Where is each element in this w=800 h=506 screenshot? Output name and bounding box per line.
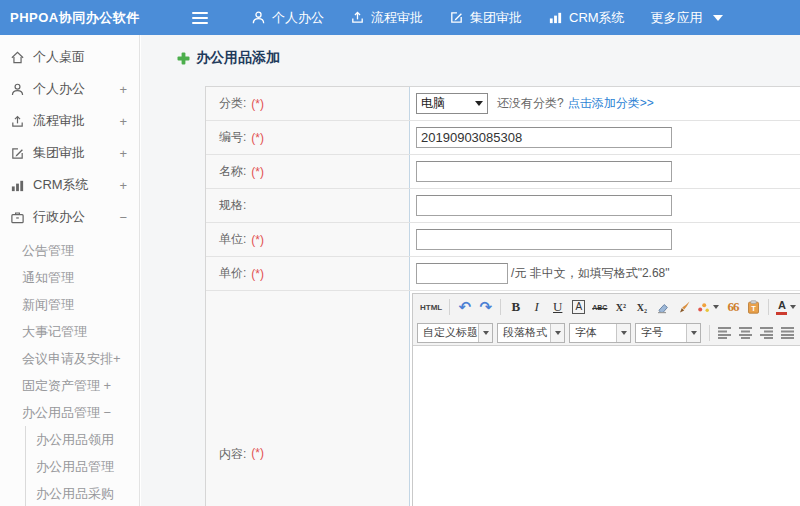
sidebar-item-process-approval[interactable]: 流程审批 + [0,105,139,137]
code-label-cell: 编号: (*) [206,121,410,154]
unit-label-cell: 单位: (*) [206,223,410,256]
font-color-button[interactable]: A [774,296,798,318]
caret-down-icon [713,15,723,21]
main-content: 办公用品添加 分类: (*) 电脑 还没有分类? 点击添加分类>> 编号: (*… [141,35,800,506]
select-caret-icon [475,101,483,106]
topbar: PHPOA协同办公软件 个人办公 流程审批 [0,0,800,35]
add-plus-icon [177,52,190,65]
magic-color-icon [697,301,710,314]
sidebar-item-personal-office[interactable]: 个人办公 + [0,73,139,105]
sidebar-item-supplies-requisition[interactable]: 办公用品领用 [26,426,139,453]
blockquote-button[interactable]: 66 [723,296,742,318]
sidebar-item-group-approval[interactable]: 集团审批 + [0,137,139,169]
collapse-sign[interactable]: − [119,210,127,225]
italic-button[interactable]: I [527,296,546,318]
sidebar-item-personal-desktop[interactable]: 个人桌面 [0,41,139,73]
undo-button[interactable]: ↶ [455,296,474,318]
nav-item-group-approval[interactable]: 集团审批 [436,0,535,35]
unit-value-cell [410,223,800,256]
font-color-icon: A [776,300,787,315]
toolbar-separator [500,299,501,315]
spec-input[interactable] [416,195,672,216]
editor-content[interactable] [413,346,800,506]
align-right-button[interactable] [757,322,776,344]
add-category-link[interactable]: 点击添加分类>> [568,95,654,112]
font-size-select[interactable]: 字号 [635,323,701,343]
selected-option: 自定义标题 [418,325,478,340]
sidebar: 个人桌面 个人办公 + 流程审批 + 集团审批 + [0,35,140,506]
caret-down-icon [616,324,630,342]
rich-text-editor: HTML ↶ ↷ B I U A ABC X² X₂ [412,293,800,506]
user-icon [10,82,25,97]
format-painter-button[interactable] [674,296,693,318]
user-icon [251,10,266,25]
align-center-icon [739,326,753,339]
align-center-button[interactable] [736,322,755,344]
name-input[interactable] [416,161,672,182]
sidebar-item-notice-mgmt[interactable]: 通知管理 [0,264,139,291]
sidebar-item-label: 集团审批 [33,144,111,162]
font-style-button[interactable]: A [569,296,588,318]
align-left-icon [718,326,732,339]
subscript-button[interactable]: X₂ [632,296,651,318]
nav-item-more-apps[interactable]: 更多应用 [638,0,736,35]
sidebar-item-supplies-purchase[interactable]: 办公用品采购 [26,480,139,506]
home-icon [10,50,25,65]
admin-office-submenu: 公告管理 通知管理 新闻管理 大事记管理 会议申请及安排+ 固定资产管理 + 办… [0,237,139,506]
expand-sign[interactable]: + [119,178,127,193]
selected-option: 字体 [570,325,616,340]
paragraph-format-select[interactable]: 段落格式 [497,323,565,343]
sidebar-item-announcement-mgmt[interactable]: 公告管理 [0,237,139,264]
sidebar-item-events-mgmt[interactable]: 大事记管理 [0,318,139,345]
eraser-icon [656,300,670,314]
sidebar-item-admin-office[interactable]: 行政办公 − [0,201,139,233]
nav-item-personal-office[interactable]: 个人办公 [238,0,337,35]
required-marker: (*) [251,233,264,247]
underline-button[interactable]: U [548,296,567,318]
nav-item-process-approval[interactable]: 流程审批 [337,0,436,35]
sidebar-item-label: 流程审批 [33,112,111,130]
clipboard-icon: T [747,300,760,314]
sidebar-item-label: 个人办公 [33,80,111,98]
heading-select[interactable]: 自定义标题 [417,323,493,343]
menu-toggle-button[interactable] [192,12,218,24]
code-input[interactable] [416,127,672,148]
price-input[interactable] [416,263,508,284]
expand-sign[interactable]: + [119,82,127,97]
expand-sign[interactable]: + [119,146,127,161]
sidebar-item-fixed-assets-mgmt[interactable]: 固定资产管理 + [0,372,139,399]
sidebar-item-news-mgmt[interactable]: 新闻管理 [0,291,139,318]
bold-button[interactable]: B [506,296,525,318]
align-left-button[interactable] [715,322,734,344]
align-justify-button[interactable] [778,322,797,344]
auto-typeset-button[interactable] [695,296,721,318]
editor-toolbar-row-2: 自定义标题 段落格式 字体 字号 [413,320,800,346]
sidebar-item-crm[interactable]: CRM系统 + [0,169,139,201]
expand-sign[interactable]: + [119,114,127,129]
selected-option: 段落格式 [498,325,550,340]
html-source-button[interactable]: HTML [418,296,444,318]
category-select[interactable]: 电脑 [416,93,488,114]
sidebar-item-office-supplies-mgmt[interactable]: 办公用品管理 − [0,399,139,426]
caret-down-icon [478,324,492,342]
bar-chart-icon [10,178,25,193]
svg-text:T: T [752,304,757,313]
sidebar-item-supplies-management[interactable]: 办公用品管理 [26,453,139,480]
field-label: 规格: [219,197,246,214]
strikethrough-button[interactable]: ABC [590,296,609,318]
redo-button[interactable]: ↷ [476,296,495,318]
spec-value-cell [410,189,800,222]
brush-icon [677,300,691,314]
app-title[interactable]: PHPOA协同办公软件 [0,9,160,27]
price-label-cell: 单价: (*) [206,257,410,290]
nav-label: CRM系统 [569,9,625,27]
remove-format-button[interactable] [653,296,672,318]
paste-plain-button[interactable]: T [744,296,763,318]
sidebar-item-meeting-mgmt[interactable]: 会议申请及安排+ [0,345,139,372]
nav-item-crm[interactable]: CRM系统 [535,0,638,35]
superscript-button[interactable]: X² [611,296,630,318]
font-family-select[interactable]: 字体 [569,323,631,343]
unit-input[interactable] [416,229,672,250]
required-marker: (*) [251,131,264,145]
supplies-add-form: 分类: (*) 电脑 还没有分类? 点击添加分类>> 编号: (*) [205,86,800,506]
